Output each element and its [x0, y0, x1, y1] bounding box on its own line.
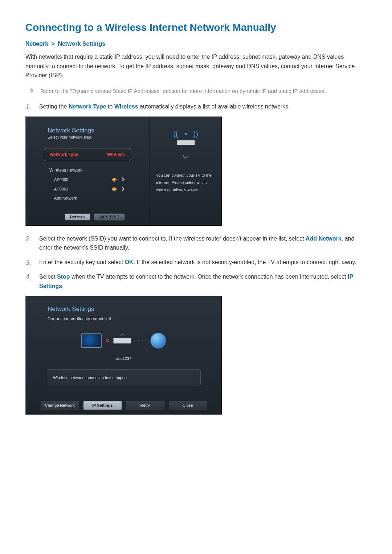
kw-add-network: Add Network [306, 235, 342, 242]
step-number-3: 3. [25, 258, 32, 267]
stopped-message: Wireless network connection test stopped… [53, 376, 128, 380]
globe-icon [150, 333, 166, 349]
router-icon [177, 140, 195, 145]
network-type-label: Network Type [50, 152, 78, 157]
wifi-name: AP0001 [54, 187, 112, 191]
router-icon: ◠ [113, 338, 131, 344]
wifi-name: AP0000 [54, 177, 112, 182]
pencil-icon: ✎ [27, 87, 36, 95]
step-number-2: 2. [25, 234, 32, 243]
panel-subtitle: Select your network type. [26, 134, 146, 144]
panel-title-2: Network Settings [26, 305, 222, 313]
wifi-locked-icon [112, 186, 117, 192]
change-network-button[interactable]: Change Network [40, 401, 79, 410]
network-type-selector[interactable]: Network Type Wireless [44, 148, 131, 161]
step-4: Select Stop when the TV attempts to conn… [39, 272, 367, 291]
breadcrumb-sep: > [50, 41, 56, 47]
step-3: Enter the security key and select OK. If… [39, 258, 356, 267]
wifi-item-ap0000[interactable]: AP0000 [26, 175, 146, 184]
wifi-locked-icon [112, 177, 117, 182]
wifi-icon: ◠ [120, 332, 124, 338]
page-title: Connecting to a Wireless Internet Networ… [25, 22, 367, 33]
wifi-item-add-network[interactable]: Add Network [26, 194, 146, 202]
tv-icon [81, 333, 102, 348]
connection-diagram: ✕ ◠ • • • • [77, 328, 171, 353]
screenshot-network-list: Network Settings Select your network typ… [25, 116, 222, 226]
breadcrumb-b: Network Settings [58, 41, 105, 47]
panel-title: Network Settings [26, 127, 146, 134]
wifi-item-ap0001[interactable]: AP0001 [26, 184, 146, 194]
step-1-text: Setting the [39, 103, 69, 110]
kw-ok: OK [125, 259, 134, 265]
wps-pbc-button[interactable]: WPS(PBC) [94, 213, 125, 221]
hint-text: You can connect your TV to the internet.… [156, 172, 215, 193]
refresh-button[interactable]: Refresh [65, 213, 90, 221]
chevron-right-icon [120, 177, 124, 182]
status-text: Connection verification cancelled. [26, 313, 222, 328]
breadcrumb: Network > Network Settings [25, 41, 367, 47]
close-button[interactable]: Close [168, 401, 208, 410]
kw-network-type: Network Type [69, 103, 106, 110]
step-number-4: 4. [25, 272, 32, 282]
wifi-name: Add Network [54, 196, 124, 200]
chevron-right-icon [120, 186, 124, 191]
wireless-section-label: Wireless network [26, 161, 146, 175]
retry-button[interactable]: Retry [126, 401, 165, 410]
wifi-waves-icon: (()) [173, 130, 198, 138]
ip-settings-button[interactable]: IP Settings [83, 401, 122, 410]
failed-x-icon: ✕ [105, 338, 110, 344]
step-2: Select the network (SSID) you want to co… [39, 234, 367, 253]
step-number-1: 1. [25, 102, 32, 111]
dots-icon: • • • • [134, 339, 147, 343]
stopped-message-box: Wireless network connection test stopped… [47, 369, 201, 386]
breadcrumb-a: Network [25, 41, 48, 47]
step-1: Setting the Network Type to Wireless aut… [39, 102, 290, 111]
note-text: Refer to the "Dynamic versus Static IP A… [40, 87, 326, 95]
kw-wireless: Wireless [114, 103, 138, 110]
intro-paragraph: With networks that require a static IP a… [25, 52, 367, 80]
tv-with-wifi-icon: ◡ [183, 151, 189, 159]
kw-stop: Stop [57, 274, 70, 280]
screenshot-connection-cancelled: Network Settings Connection verification… [25, 296, 222, 415]
connection-graphic: (()) ◡ [164, 130, 208, 163]
router-name-label: abc1234 [26, 356, 222, 361]
network-type-value: Wireless [107, 152, 125, 157]
